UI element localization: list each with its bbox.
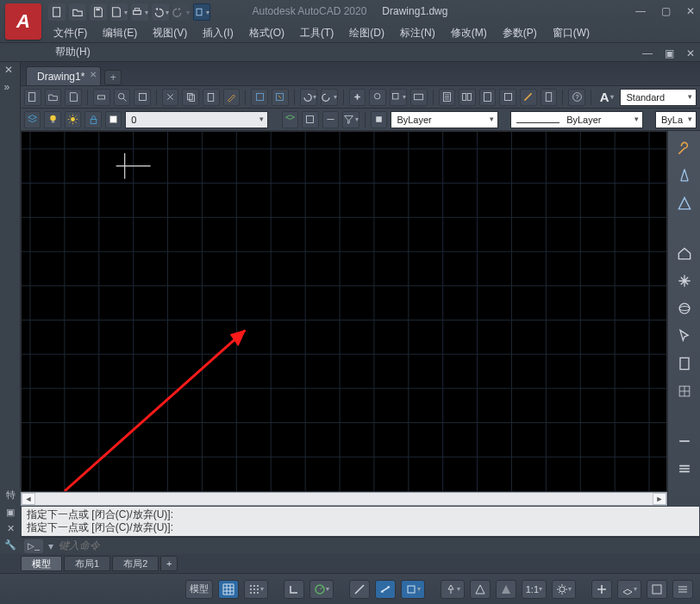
layer-manager-icon[interactable]	[24, 111, 41, 128]
doc-minimize-icon[interactable]: —	[642, 47, 653, 59]
tb-redo-icon[interactable]	[321, 89, 338, 106]
tb-calc-icon[interactable]	[541, 89, 558, 106]
tb-zoomrt-icon[interactable]	[369, 89, 386, 106]
menu-param[interactable]: 参数(P)	[496, 24, 544, 42]
minimize-icon[interactable]: —	[635, 5, 646, 17]
layer-dropdown[interactable]: 0	[125, 111, 267, 128]
tb-publish-icon[interactable]	[134, 89, 151, 106]
layer-color-icon[interactable]	[105, 111, 122, 128]
tb-help-icon[interactable]: ?	[568, 89, 585, 106]
layer-iso-icon[interactable]	[322, 111, 339, 128]
color-control-icon[interactable]	[371, 111, 387, 128]
rp-triangle-icon[interactable]	[674, 193, 695, 214]
linetype-dropdown[interactable]: ByLayer	[510, 111, 643, 128]
file-tab-close-icon[interactable]: ✕	[90, 70, 97, 79]
rp-overflow-icon[interactable]	[674, 458, 695, 479]
rp-pan-icon[interactable]	[674, 271, 695, 291]
rp-grid-icon[interactable]	[674, 381, 695, 402]
app-logo[interactable]: A	[5, 3, 41, 40]
doc-restore-icon[interactable]: ▣	[665, 47, 674, 59]
tb-markup-icon[interactable]	[520, 89, 537, 106]
layer-filter-icon[interactable]	[342, 111, 359, 128]
menu-window[interactable]: 窗口(W)	[546, 24, 597, 42]
save-icon[interactable]	[90, 3, 107, 21]
layout-tab-add[interactable]: +	[160, 556, 178, 571]
rp-cursor-icon[interactable]	[674, 326, 695, 346]
new-icon[interactable]	[48, 3, 66, 21]
tb-print-icon[interactable]	[93, 89, 110, 106]
layer-prev-icon[interactable]	[282, 111, 298, 128]
layer-sun-icon[interactable]	[65, 111, 81, 128]
status-ortho-icon[interactable]	[284, 580, 304, 599]
drawing-canvas[interactable]	[21, 131, 667, 492]
file-tab[interactable]: Drawing1* ✕	[26, 66, 101, 85]
tb-pan-icon[interactable]	[349, 89, 366, 106]
tb-paste-icon[interactable]	[203, 89, 220, 106]
hscroll-left-icon[interactable]: ◄	[22, 493, 35, 505]
cmd-prompt-icon[interactable]: ▷_	[24, 539, 43, 553]
textstyle-dropdown[interactable]: Standard	[620, 89, 697, 106]
layout-tab-1[interactable]: 布局1	[64, 556, 110, 571]
redo-icon[interactable]	[172, 3, 190, 21]
close-icon[interactable]: ✕	[686, 5, 695, 17]
status-snap-icon[interactable]	[244, 580, 268, 599]
lineweight-dropdown[interactable]: ByLa	[655, 111, 697, 128]
layer-states-icon[interactable]	[302, 111, 318, 128]
status-polar-icon[interactable]	[309, 580, 334, 599]
status-isoplane-icon[interactable]	[617, 580, 641, 599]
rp-minus-icon[interactable]	[674, 431, 695, 451]
tb-matchprop-icon[interactable]	[223, 89, 241, 106]
tb-block-icon[interactable]	[251, 89, 268, 106]
menu-help[interactable]: 帮助(H)	[48, 43, 97, 61]
status-scale[interactable]: 1:1	[522, 580, 547, 599]
status-maximize-icon[interactable]	[647, 580, 667, 599]
maximize-icon[interactable]: ▢	[661, 5, 671, 17]
tb-preview-icon[interactable]	[114, 89, 131, 106]
menu-file[interactable]: 文件(F)	[47, 24, 94, 42]
menu-insert[interactable]: 插入(I)	[196, 24, 240, 42]
tb-cut-icon[interactable]	[162, 89, 179, 106]
dock-close-icon[interactable]: ✕	[4, 64, 16, 76]
status-otrack-icon[interactable]	[375, 580, 396, 599]
rp-wrench-icon[interactable]	[674, 138, 695, 159]
status-grid-icon[interactable]	[218, 580, 239, 599]
status-annoscale-icon[interactable]	[441, 580, 465, 599]
gutter-history-icon[interactable]: ▣	[6, 507, 15, 518]
tb-blockedit-icon[interactable]	[272, 89, 289, 106]
tb-open-icon[interactable]	[45, 89, 62, 106]
layer-lightbulb-icon[interactable]	[44, 111, 60, 128]
color-dropdown[interactable]: ByLayer	[391, 111, 498, 128]
tb-textstyle-icon[interactable]: A	[597, 89, 617, 106]
status-model[interactable]: 模型	[185, 580, 213, 599]
menu-view[interactable]: 视图(V)	[146, 24, 194, 42]
tb-sheetset-icon[interactable]	[499, 89, 516, 106]
hscrollbar[interactable]: ◄ ►	[21, 492, 667, 506]
status-gear-icon[interactable]	[552, 580, 576, 599]
tb-zoomwin-icon[interactable]	[390, 89, 407, 106]
undo-icon[interactable]	[152, 3, 169, 21]
gutter-toggle-icon[interactable]: 特	[6, 489, 16, 501]
tb-zoomprev-icon[interactable]	[410, 89, 428, 106]
status-customize-icon[interactable]	[672, 580, 693, 599]
rp-sheet-icon[interactable]	[674, 353, 695, 374]
command-input[interactable]	[59, 539, 697, 552]
layout-tab-2[interactable]: 布局2	[112, 556, 159, 571]
tb-save-icon[interactable]	[65, 89, 82, 106]
layer-lock-icon[interactable]	[84, 111, 101, 128]
rp-compass-icon[interactable]	[674, 165, 695, 186]
tb-properties-icon[interactable]	[439, 89, 456, 106]
print-icon[interactable]	[131, 3, 148, 21]
new-file-tab[interactable]: +	[104, 70, 122, 85]
menu-modify[interactable]: 修改(M)	[444, 24, 494, 42]
menu-dimension[interactable]: 标注(N)	[393, 24, 442, 42]
rp-home-icon[interactable]	[674, 243, 695, 264]
tb-new-icon[interactable]	[24, 89, 41, 106]
tb-copy-icon[interactable]	[182, 89, 199, 106]
status-transparency-icon[interactable]	[496, 580, 516, 599]
saveas-icon[interactable]	[110, 3, 128, 21]
tb-toolpalette-icon[interactable]	[479, 89, 497, 106]
menu-edit[interactable]: 编辑(E)	[96, 24, 144, 42]
menu-format[interactable]: 格式(O)	[242, 24, 291, 42]
menu-tools[interactable]: 工具(T)	[293, 24, 341, 42]
layout-tab-model[interactable]: 模型	[21, 556, 62, 571]
